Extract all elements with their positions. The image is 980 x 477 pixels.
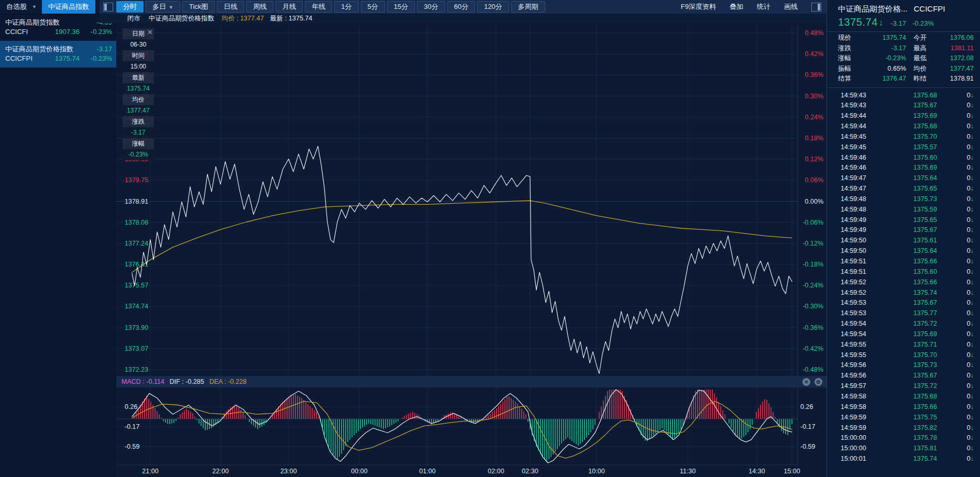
tick-row[interactable]: 14:59:551375.700↓ — [841, 350, 974, 361]
tick-row[interactable]: 14:59:571375.720↓ — [841, 381, 974, 392]
period-button-年线[interactable]: 年线 — [305, 1, 332, 13]
period-button-5分[interactable]: 5分 — [361, 1, 385, 13]
period-button-60分[interactable]: 60分 — [447, 1, 475, 13]
tick-row[interactable]: 14:59:531375.670↓ — [841, 298, 974, 308]
period-button-1分[interactable]: 1分 — [334, 1, 358, 13]
tick-time: 14:59:59 — [841, 423, 879, 434]
tick-row[interactable]: 14:59:481375.590↓ — [841, 205, 974, 215]
tick-price: 1375.72 — [879, 319, 951, 329]
axis-label: 23:00 — [280, 468, 296, 475]
tick-volume: 0↓ — [951, 288, 974, 298]
tick-row[interactable]: 14:59:511375.660↓ — [841, 257, 974, 267]
tick-row[interactable]: 15:00:001375.810↓ — [841, 443, 974, 454]
gear-icon[interactable]: ⚙ — [814, 378, 822, 386]
tick-row[interactable]: 14:59:561375.670↓ — [841, 371, 974, 381]
axis-label: 01:00 — [419, 468, 435, 475]
tick-row[interactable]: 14:59:581375.680↓ — [841, 392, 974, 402]
toolbar-right-group: F9深度资料 叠加 统计 画线 — [681, 2, 827, 12]
tick-row[interactable]: 15:00:001375.780↓ — [841, 433, 974, 443]
tick-row[interactable]: 14:59:501375.640↓ — [841, 246, 974, 257]
quote-field-value: 1376.47 — [860, 74, 906, 84]
axis-label: 1373.07 — [125, 345, 148, 352]
period-button-15分[interactable]: 15分 — [387, 1, 415, 13]
axis-label: -0.42% — [802, 345, 823, 352]
period-button-120分[interactable]: 120分 — [477, 1, 509, 13]
tick-price: 1375.75 — [879, 413, 951, 423]
tick-price: 1375.81 — [879, 443, 951, 454]
tick-row[interactable]: 14:59:431375.680↓ — [841, 91, 974, 101]
arrow-down-icon: ↓ — [971, 434, 974, 441]
quote-field-label: 昨结 — [906, 74, 935, 84]
period-button-多日[interactable]: 多日▼ — [146, 1, 180, 13]
tick-row[interactable]: 14:59:481375.730↓ — [841, 194, 974, 205]
stock-code: CCICFPI — [5, 54, 46, 63]
overlay-link[interactable]: 叠加 — [730, 2, 743, 12]
tick-row[interactable]: 14:59:441375.680↓ — [841, 121, 974, 132]
tick-row[interactable]: 14:59:501375.610↓ — [841, 236, 974, 246]
tick-row[interactable]: 14:59:541375.720↓ — [841, 319, 974, 329]
quote-field-value: -3.17 — [860, 43, 906, 54]
quote-field-label: 涨幅 — [838, 53, 860, 64]
period-button-月线[interactable]: 月线 — [276, 1, 303, 13]
tick-row[interactable]: 14:59:581375.660↓ — [841, 402, 974, 413]
period-button-分时[interactable]: 分时 — [116, 1, 144, 13]
panel-toggle-icon[interactable] — [811, 3, 821, 12]
tick-volume: 0↓ — [951, 371, 974, 381]
tick-volume: 0↓ — [951, 360, 974, 371]
tick-row[interactable]: 14:59:471375.640↓ — [841, 173, 974, 184]
axis-label: -0.06% — [802, 219, 823, 226]
tick-price: 1375.74 — [879, 454, 951, 464]
period-button-30分[interactable]: 30分 — [417, 1, 445, 13]
arrow-down-icon: ↓ — [971, 320, 974, 327]
tick-time: 14:59:55 — [841, 340, 879, 350]
tick-row[interactable]: 14:59:521375.660↓ — [841, 278, 974, 288]
tick-row[interactable]: 15:00:011375.740↓ — [841, 454, 974, 464]
quote-field-label: 今开 — [906, 33, 935, 43]
tick-row[interactable]: 14:59:431375.670↓ — [841, 101, 974, 111]
statistics-link[interactable]: 统计 — [757, 2, 770, 12]
layout-toggle-icon[interactable] — [103, 3, 113, 12]
tab-watchlist-label: 自选股 — [6, 2, 27, 12]
tick-row[interactable]: 14:59:461375.690↓ — [841, 163, 974, 173]
period-button-日线[interactable]: 日线 — [217, 1, 244, 13]
tick-row[interactable]: 14:59:511375.600↓ — [841, 267, 974, 278]
tab-watchlist[interactable]: 自选股 ▼ — [0, 0, 42, 14]
tick-row[interactable]: 14:59:551375.710↓ — [841, 340, 974, 350]
watchlist-row[interactable]: 中证商品期货指数-4.39CCICFI1907.36-0.23% — [0, 14, 116, 41]
tick-row[interactable]: 14:59:531375.770↓ — [841, 308, 974, 319]
tick-row[interactable]: 14:59:521375.740↓ — [841, 288, 974, 298]
tick-row[interactable]: 14:59:471375.650↓ — [841, 184, 974, 194]
tick-row[interactable]: 14:59:451375.700↓ — [841, 132, 974, 142]
period-button-Tick图[interactable]: Tick图 — [182, 1, 215, 13]
tick-row[interactable]: 14:59:591375.820↓ — [841, 423, 974, 434]
tick-row[interactable]: 14:59:491375.650↓ — [841, 215, 974, 226]
tick-price: 1375.57 — [879, 142, 951, 153]
tab-index-group[interactable]: 中证商品指数 — [42, 0, 95, 14]
tooltip-close-icon[interactable]: ✕ — [147, 29, 153, 36]
divider — [827, 31, 980, 32]
tick-time: 15:00:00 — [841, 433, 879, 443]
tick-row[interactable]: 14:59:561375.730↓ — [841, 360, 974, 371]
watchlist-row[interactable]: 中证商品期货价格指数-3.17CCICFPI1375.74-0.23% — [0, 41, 116, 68]
intraday-chart[interactable]: 1385.590.48%1384.760.42%1383.920.36%1383… — [100, 23, 827, 477]
period-button-多周期[interactable]: 多周期 — [511, 1, 545, 13]
tick-time: 14:59:53 — [841, 308, 879, 319]
axis-label: 02:00 — [488, 468, 504, 475]
tick-volume: 0↓ — [951, 215, 974, 226]
tick-row[interactable]: 14:59:451375.570↓ — [841, 142, 974, 153]
close-indicator-icon[interactable]: ✕ — [802, 378, 810, 386]
draw-line-link[interactable]: 画线 — [784, 2, 798, 12]
period-button-周线[interactable]: 周线 — [246, 1, 273, 13]
tick-row[interactable]: 14:59:541375.690↓ — [841, 329, 974, 340]
tick-row[interactable]: 14:59:591375.750↓ — [841, 413, 974, 423]
quote-field-label: 结算 — [838, 74, 860, 84]
tooltip-label: 涨跌 — [123, 116, 154, 127]
f9-depth-link[interactable]: F9深度资料 — [681, 2, 716, 12]
tick-row[interactable]: 14:59:441375.690↓ — [841, 111, 974, 121]
quote-field-label: 均价 — [906, 64, 935, 74]
tick-volume: 0↓ — [951, 392, 974, 402]
arrow-down-icon: ↓ — [971, 174, 974, 182]
tick-row[interactable]: 14:59:461375.600↓ — [841, 153, 974, 163]
tooltip-value: 15:00 — [123, 61, 154, 72]
tick-row[interactable]: 14:59:491375.670↓ — [841, 225, 974, 236]
